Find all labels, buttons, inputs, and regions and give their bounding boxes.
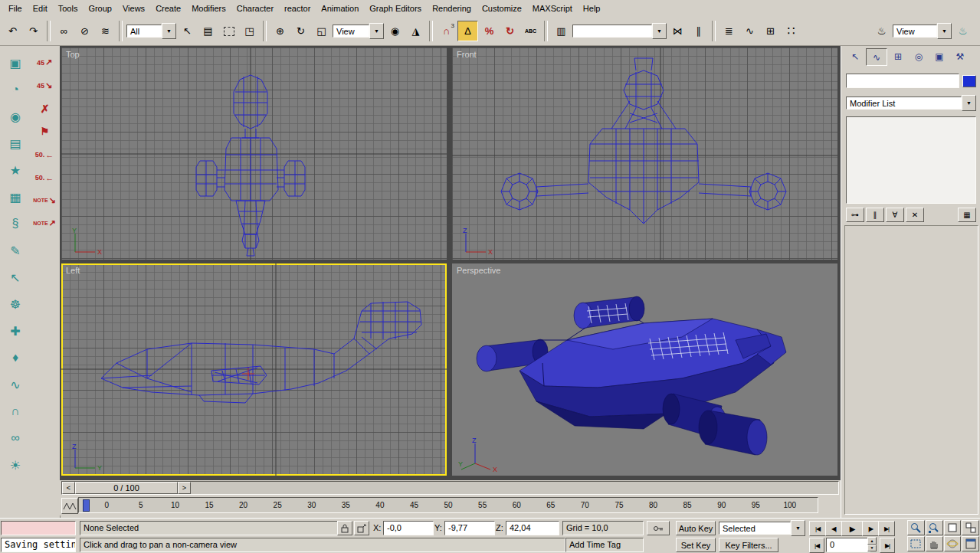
select-and-scale-button[interactable]: ◱ — [312, 21, 331, 41]
menu-item-rendering[interactable]: Rendering — [427, 2, 477, 15]
snap-50-button-b[interactable]: 50.← — [32, 167, 57, 188]
menu-item-character[interactable]: Character — [231, 2, 279, 15]
play-button[interactable]: ▶ — [841, 521, 863, 536]
select-and-link-button[interactable]: ∞ — [54, 21, 74, 41]
previous-frame-button[interactable]: ◀| — [825, 521, 842, 536]
left-tool-button-15[interactable]: ∞ — [5, 427, 26, 449]
key-mode-dropdown[interactable]: Selected ▼ — [719, 521, 805, 535]
render-scene-button[interactable]: ♨ — [872, 21, 891, 41]
show-end-result-button[interactable]: ∥ — [866, 208, 884, 222]
left-tool-button-5[interactable]: ★ — [5, 159, 26, 181]
go-to-start-button[interactable]: |◀ — [809, 521, 826, 536]
viewport-label-front[interactable]: Front — [457, 50, 477, 59]
flag-tool-button[interactable]: ⚑ — [32, 121, 57, 142]
menu-item-views[interactable]: Views — [117, 2, 150, 15]
left-tool-button-10[interactable]: ☸ — [5, 293, 26, 315]
set-keys-button[interactable] — [647, 521, 670, 535]
reference-coordinate-dropdown[interactable]: View ▼ — [333, 24, 384, 38]
material-editor-button[interactable]: ∷ — [782, 21, 801, 41]
left-tool-button-7[interactable]: § — [5, 213, 26, 234]
selection-filter-dropdown[interactable]: All ▼ — [126, 24, 176, 38]
unlink-selection-button[interactable]: ⊘ — [75, 21, 94, 41]
x-coordinate-field[interactable]: -0,0 — [383, 521, 434, 535]
macro-recorder-pane[interactable] — [1, 521, 76, 535]
time-slider-empty-track[interactable] — [191, 482, 838, 494]
left-tool-button-4[interactable]: ▤ — [5, 133, 26, 154]
keyboard-shortcut-override-button[interactable]: ABC — [521, 21, 540, 41]
left-viewport[interactable]: Left Z — [61, 263, 447, 476]
viewport-label-perspective[interactable]: Perspective — [457, 266, 500, 275]
left-tool-button-1[interactable]: ▣ — [5, 52, 26, 74]
select-by-name-button[interactable]: ▤ — [198, 21, 218, 41]
left-tool-button-14[interactable]: ∩ — [5, 401, 26, 422]
perspective-viewport[interactable]: Perspective — [452, 263, 837, 476]
object-name-field[interactable] — [846, 74, 959, 88]
menu-item-create[interactable]: Create — [150, 2, 186, 15]
no-snap-button[interactable]: ✗ — [32, 98, 57, 119]
spinner-down-button[interactable]: ▼ — [867, 545, 877, 552]
zoom-region-button[interactable] — [907, 536, 925, 551]
next-key-button[interactable]: ▶| — [880, 538, 895, 553]
tab-display[interactable]: ▣ — [929, 48, 949, 64]
render-type-dropdown[interactable]: View ▼ — [893, 24, 952, 38]
zoom-button[interactable] — [907, 520, 925, 535]
undo-button[interactable]: ↶ — [3, 21, 22, 41]
zoom-all-button[interactable] — [926, 520, 943, 535]
z-coordinate-field[interactable]: 42,04 — [506, 521, 559, 535]
align-button[interactable]: ∥ — [689, 21, 708, 41]
rectangular-selection-region-button[interactable] — [219, 21, 238, 41]
front-viewport[interactable]: Front — [452, 47, 837, 260]
current-time-field[interactable]: 0 — [826, 538, 870, 552]
menu-item-group[interactable]: Group — [83, 2, 117, 15]
snap-toggle-button[interactable]: ∩ 3 — [437, 21, 456, 41]
select-and-move-button[interactable]: ⊕ — [270, 21, 290, 41]
set-key-button[interactable]: Set Key — [676, 538, 716, 552]
time-slider-handle[interactable]: 0 / 100 — [75, 482, 178, 494]
select-and-manipulate-button[interactable]: ◮ — [406, 21, 425, 41]
add-time-tag-field[interactable]: Add Time Tag — [565, 538, 644, 552]
zoom-extents-button[interactable] — [944, 520, 962, 535]
chevron-down-icon[interactable]: ▼ — [937, 23, 952, 39]
next-frame-button[interactable]: |▶ — [862, 521, 879, 536]
angle-snap-toggle-button[interactable]: ∆ — [457, 21, 478, 41]
open-mini-curve-editor-button[interactable] — [61, 498, 78, 514]
snap-45-up-button[interactable]: 45↗ — [32, 52, 57, 73]
left-tool-button-11[interactable]: ✚ — [5, 320, 26, 342]
left-tool-button-9[interactable]: ↖ — [5, 267, 26, 288]
chevron-down-icon[interactable]: ▼ — [962, 95, 976, 111]
absolute-offset-toggle[interactable] — [354, 521, 369, 535]
schematic-view-button[interactable]: ⊞ — [761, 21, 780, 41]
pin-stack-button[interactable]: ⊶ — [846, 208, 864, 222]
go-to-end-button[interactable]: ▶| — [878, 521, 895, 536]
time-slider-right-arrow[interactable]: > — [178, 482, 191, 494]
select-object-button[interactable]: ↖ — [178, 21, 197, 41]
left-tool-button-2[interactable]: ◔ — [5, 79, 26, 100]
menu-item-customize[interactable]: Customize — [477, 2, 527, 15]
left-tool-button-13[interactable]: ∿ — [5, 374, 26, 395]
window-crossing-toggle-button[interactable]: ◳ — [240, 21, 259, 41]
rollout-area[interactable] — [844, 225, 978, 515]
current-frame-marker[interactable] — [83, 499, 90, 512]
menu-item-help[interactable]: Help — [578, 2, 606, 15]
spinner-snap-toggle-button[interactable]: ↻ — [500, 21, 519, 41]
zoom-extents-all-button[interactable] — [962, 520, 979, 535]
auto-key-button[interactable]: Auto Key — [676, 521, 716, 535]
left-tool-button-12[interactable]: ♦ — [5, 347, 26, 368]
chevron-down-icon[interactable]: ▼ — [369, 23, 384, 39]
chevron-down-icon[interactable]: ▼ — [652, 23, 667, 39]
track-bar-ruler[interactable]: 0 5 10 15 20 25 30 35 40 45 50 55 60 65 … — [78, 497, 818, 513]
tab-hierarchy[interactable]: ⊞ — [888, 48, 908, 64]
configure-modifier-sets-button[interactable]: ▦ — [958, 208, 976, 222]
maxscript-mini-listener[interactable]: Saving settin — [1, 538, 76, 552]
bind-to-space-warp-button[interactable]: ≋ — [96, 21, 115, 41]
use-pivot-point-button[interactable]: ◉ — [385, 21, 405, 41]
pan-button[interactable] — [926, 536, 943, 551]
curve-editor-button[interactable]: ∿ — [740, 21, 759, 41]
quick-render-button[interactable]: ♨ — [953, 21, 972, 41]
y-coordinate-field[interactable]: -9,77 — [444, 521, 495, 535]
time-slider-track[interactable]: < 0 / 100 > — [61, 481, 839, 495]
edit-named-selections-button[interactable]: ▥ — [552, 21, 571, 41]
layer-manager-button[interactable]: ≣ — [719, 21, 739, 41]
select-and-rotate-button[interactable]: ↻ — [291, 21, 310, 41]
selection-lock-toggle[interactable] — [337, 521, 352, 535]
